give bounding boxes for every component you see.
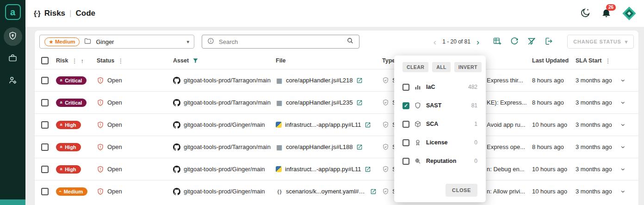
file-type-icon <box>276 188 283 195</box>
asset-filter-funnel-icon[interactable] <box>192 57 199 64</box>
row-checkbox[interactable] <box>41 121 49 129</box>
shield-icon <box>8 31 18 43</box>
asset-label: gitgoat-tools-prod/Ginger/main <box>184 166 265 173</box>
table-row[interactable]: Critical Open gitgoat-tools-prod/Tarrago… <box>35 91 638 113</box>
title-divider: | <box>69 9 71 18</box>
option-checkbox[interactable] <box>402 139 409 146</box>
row-checkbox[interactable] <box>41 166 49 173</box>
column-file-label: File <box>276 57 286 64</box>
external-link-icon[interactable] <box>356 144 363 150</box>
change-status-label: CHANGE STATUS <box>573 39 621 44</box>
select-all-checkbox[interactable] <box>41 57 49 64</box>
expand-row-icon[interactable]: › <box>619 190 627 193</box>
filter-option[interactable]: License 0 <box>402 133 477 152</box>
table-row[interactable]: High Open gitgoat-tools-prod/Ginger/main… <box>35 113 638 136</box>
table-row[interactable]: High Open gitgoat-tools-prod/Ginger/main… <box>35 158 638 180</box>
external-link-icon[interactable] <box>356 99 363 106</box>
open-status-icon <box>97 188 104 195</box>
sidebar-item-risks[interactable] <box>4 27 22 46</box>
sidebar-item-user-settings[interactable] <box>4 72 22 90</box>
row-checkbox[interactable] <box>41 143 49 151</box>
clear-filters-button[interactable] <box>527 37 536 47</box>
refresh-button[interactable] <box>510 37 519 47</box>
filter-option[interactable]: Reputation 0 <box>402 152 477 170</box>
external-link-icon[interactable] <box>370 188 377 195</box>
risk-name: n: Debug en... <box>487 166 525 173</box>
search-input[interactable] <box>219 38 342 45</box>
option-checkbox[interactable] <box>402 84 409 91</box>
moon-icon <box>580 7 591 20</box>
export-icon <box>544 37 553 47</box>
app-logo: a <box>5 4 21 20</box>
filter-clear-button[interactable]: CLEAR <box>402 62 428 72</box>
table-row[interactable]: Critical Open gitgoat-tools-prod/Tarrago… <box>35 69 638 91</box>
sidebar-nav <box>4 27 22 90</box>
user-avatar[interactable] <box>622 6 637 21</box>
column-status-label: Status <box>97 57 114 64</box>
row-checkbox[interactable] <box>41 188 49 195</box>
external-link-icon[interactable] <box>365 122 371 128</box>
row-checkbox[interactable] <box>41 77 49 84</box>
table-row[interactable]: High Open gitgoat-tools-prod/Tarragon/ma… <box>35 136 638 158</box>
option-checkbox[interactable] <box>402 121 409 128</box>
star-icon <box>49 39 53 44</box>
option-checkbox[interactable] <box>402 158 409 165</box>
status-label: Open <box>107 121 122 128</box>
change-status-button[interactable]: CHANGE STATUS <box>567 35 634 49</box>
app-root: a Risks | <box>0 0 644 205</box>
filter-all-button[interactable]: ALL <box>432 62 451 72</box>
option-count: 81 <box>471 102 477 109</box>
file-link[interactable]: infrastruct...-app/app.py#L11 <box>285 121 361 128</box>
next-page-button[interactable]: › <box>475 37 481 46</box>
external-link-icon[interactable] <box>365 166 371 173</box>
expand-row-icon[interactable]: › <box>619 124 627 126</box>
file-link[interactable]: scenarios/k...oyment.yaml#L15 <box>286 188 367 195</box>
scope-filter-select[interactable]: Medium Ginger <box>39 35 194 49</box>
expand-row-icon[interactable]: › <box>619 101 627 104</box>
file-link[interactable]: infrastruct...-app/app.py#L11 <box>285 166 361 173</box>
toolbar: Medium Ginger <box>35 31 638 52</box>
sast-type-icon <box>382 166 389 173</box>
last-updated: 10 hours ago <box>529 121 573 128</box>
filter-option[interactable]: IaC 482 <box>402 78 477 96</box>
option-count: 482 <box>468 84 477 90</box>
column-menu-icon[interactable] <box>605 57 611 64</box>
scope-label: Ginger <box>96 38 114 45</box>
filter-option[interactable]: SCA 1 <box>402 115 477 133</box>
external-link-icon[interactable] <box>356 77 363 84</box>
filter-options-list: IaC 482 SAST 81 SCA 1 License 0 Reputati… <box>402 78 477 170</box>
risk-name: Express ope... <box>487 143 525 150</box>
export-button[interactable] <box>544 37 553 47</box>
open-status-icon <box>97 99 104 106</box>
filter-option[interactable]: SAST 81 <box>402 96 477 115</box>
notifications-button[interactable]: 26 <box>601 7 612 19</box>
sidebar-item-inventory[interactable] <box>4 50 22 68</box>
column-menu-icon[interactable] <box>71 57 77 64</box>
dark-mode-toggle[interactable] <box>580 7 591 20</box>
expand-row-icon[interactable]: › <box>619 168 627 170</box>
file-type-icon <box>276 166 282 172</box>
row-checkbox[interactable] <box>41 99 49 106</box>
info-icon <box>207 37 215 47</box>
table-row[interactable]: Medium Open gitgoat-tools-prod/Ginger/ma… <box>35 180 638 202</box>
status-label: Open <box>107 77 122 84</box>
reputation-icon <box>414 157 421 165</box>
column-menu-icon[interactable] <box>118 57 124 64</box>
previous-page-button[interactable]: ‹ <box>432 37 438 46</box>
asset-label: gitgoat-tools-prod/Ginger/main <box>184 121 265 128</box>
sast-type-icon <box>382 77 389 84</box>
file-link[interactable]: core/appHandler.js#L188 <box>286 143 353 150</box>
file-link[interactable]: core/appHandler.js#L218 <box>286 77 353 84</box>
expand-row-icon[interactable]: › <box>619 79 627 81</box>
option-checkbox[interactable] <box>402 102 409 109</box>
option-label: License <box>426 139 448 146</box>
expand-row-icon[interactable]: › <box>619 146 627 148</box>
open-status-icon <box>97 77 104 84</box>
close-button[interactable]: CLOSE <box>446 184 477 197</box>
page-title: Risks | Code <box>34 9 95 18</box>
chevron-down-icon <box>625 39 628 45</box>
file-link[interactable]: core/appHandler.js#L235 <box>286 99 353 106</box>
filter-invert-button[interactable]: INVERT <box>454 62 482 72</box>
sidebar-accent-strip <box>0 199 25 205</box>
table-columns-add-button[interactable] <box>493 37 502 47</box>
